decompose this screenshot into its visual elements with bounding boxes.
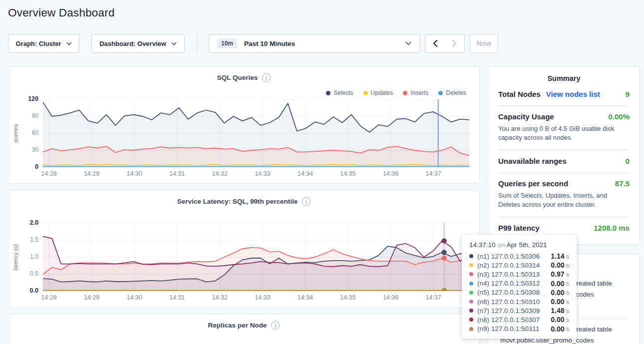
tooltip-row: (n1) 127.0.0.1:503061.14s	[469, 252, 569, 261]
tooltip-node-address: (n2) 127.0.0.1:50314	[477, 262, 540, 269]
legend-item[interactable]: Updates	[363, 89, 393, 96]
y-axis-tick: 0.5	[30, 270, 38, 277]
chart-tooltip: 14:37:10 on Apr 5th, 2021 (n1) 127.0.0.1…	[462, 235, 577, 339]
y-axis-tick: 0	[35, 163, 38, 170]
summary-rows: Total NodesView nodes list9Capacity Usag…	[488, 82, 640, 239]
info-icon[interactable]	[302, 197, 311, 206]
node-dot-icon	[469, 254, 473, 258]
summary-row-header: Total NodesView nodes list9	[498, 90, 630, 98]
tooltip-node-value: 1.14	[551, 252, 564, 260]
overview-dashboard-page: { "page": { "title": "Overview Dashboard…	[0, 0, 644, 344]
tooltip-time: 14:37:10	[469, 241, 496, 249]
tooltip-conjunction: on	[497, 241, 506, 249]
x-axis-tick: 14:33	[250, 294, 275, 301]
tooltip-node-value: 0.00	[551, 280, 564, 288]
tooltip-node-address: (n1) 127.0.0.1:50306	[477, 253, 540, 260]
y-axis-tick: 120	[28, 95, 38, 102]
y-axis-tick: 30	[32, 146, 38, 153]
tooltip-node-address: (n8) 127.0.0.1:50307	[477, 316, 540, 324]
time-range-label: Past 10 Minutes	[244, 40, 295, 47]
x-axis-tick: 14:33	[250, 170, 275, 177]
time-next-button[interactable]	[444, 34, 465, 53]
summary-row-label: Unavailable ranges	[498, 157, 567, 165]
tooltip-row: (n8) 127.0.0.1:503070.00s	[469, 315, 569, 324]
summary-row-subtext: You are using 0 B of 4.5 GiB usable disk…	[498, 124, 630, 143]
tooltip-row: (n2) 127.0.0.1:503140.00s	[469, 261, 569, 270]
y-axis: 0.00.51.01.52.0	[18, 223, 38, 291]
tooltip-node-value: 0.97	[551, 270, 564, 278]
x-axis-tick: 14:30	[122, 170, 147, 177]
x-axis: 14:2814:2914:3014:3114:3214:3314:3414:35…	[43, 170, 469, 178]
summary-row-value: 1208.0 ms	[594, 224, 630, 232]
legend-item[interactable]: Inserts	[403, 89, 428, 96]
x-axis-tick: 14:29	[79, 170, 104, 177]
legend-label: Updates	[371, 89, 393, 96]
legend-item[interactable]: Deletes	[438, 89, 466, 96]
tooltip-value-unit: s	[566, 271, 570, 278]
chart-svg	[43, 223, 469, 291]
legend-label: Selects	[333, 89, 353, 96]
tooltip-node-address: (n6) 127.0.0.1:50310	[477, 298, 540, 306]
tooltip-row: (n5) 127.0.0.1:503080.00s	[469, 288, 569, 297]
service-latency-card: Service Latency: SQL, 99th percentile la…	[8, 190, 480, 308]
summary-row: Capacity Usage0.00%You are using 0 B of …	[498, 106, 630, 150]
tooltip-node-value: 0.00	[551, 325, 564, 333]
legend-item[interactable]: Selects	[326, 89, 353, 96]
x-axis-tick: 14:35	[335, 170, 360, 177]
chart-title-text: SQL Queries	[217, 74, 258, 81]
summary-row-value: 0	[626, 157, 630, 165]
tooltip-node-value: 0.00	[551, 298, 564, 306]
chart-legend: SelectsUpdatesInsertsDeletes	[326, 89, 466, 96]
node-dot-icon	[469, 272, 473, 276]
chart-plot-area[interactable]	[43, 99, 469, 167]
tooltip-row: (n4) 127.0.0.1:503120.00s	[469, 279, 569, 288]
tooltip-node-address: (n4) 127.0.0.1:50312	[477, 280, 540, 287]
info-icon[interactable]	[262, 73, 271, 82]
x-axis-tick: 14:28	[36, 294, 61, 301]
summary-row-value: 0.00%	[608, 112, 630, 121]
x-axis-tick: 14:34	[293, 294, 318, 301]
graph-dropdown[interactable]: Graph: Cluster	[8, 34, 79, 53]
legend-dot-icon	[363, 91, 368, 95]
y-axis-tick: 90	[32, 112, 38, 119]
y-axis-tick: 1.5	[30, 236, 38, 243]
y-axis: 0306090120	[18, 99, 38, 167]
tooltip-row: (n9) 127.0.0.1:503110.00s	[469, 325, 569, 334]
tooltip-value-unit: s	[566, 316, 570, 324]
x-axis-tick: 14:32	[207, 170, 232, 177]
summary-row: Unavailable ranges0	[498, 150, 630, 173]
legend-dot-icon	[326, 91, 330, 95]
page-title: Overview Dashboard	[8, 6, 115, 19]
node-dot-icon	[469, 282, 473, 286]
chart-title: Replicas per Node	[8, 321, 479, 330]
x-axis: 14:2814:2914:3014:3114:3214:3314:3414:35…	[43, 294, 469, 302]
x-axis-tick: 14:35	[335, 294, 360, 301]
chart-title-text: Service Latency: SQL, 99th percentile	[177, 198, 298, 205]
y-axis-tick: 1.0	[30, 253, 38, 260]
tooltip-value-unit: s	[566, 280, 570, 287]
now-button[interactable]: Now	[470, 34, 498, 53]
tooltip-value-unit: s	[566, 307, 570, 315]
chevron-down-icon	[405, 41, 411, 45]
time-prev-button[interactable]	[425, 34, 445, 53]
view-nodes-list-link[interactable]: View nodes list	[546, 90, 600, 98]
summary-row-value: 9	[626, 90, 630, 98]
time-range-picker[interactable]: 10m Past 10 Minutes	[209, 34, 420, 53]
chevron-down-icon	[171, 42, 177, 45]
tooltip-date: Apr 5th, 2021	[506, 241, 547, 249]
summary-row-subtext: Sum of Selects, Updates, Inserts, and De…	[498, 191, 630, 210]
time-range-chip: 10m	[217, 38, 237, 48]
summary-row-header: Capacity Usage0.00%	[498, 112, 630, 121]
node-dot-icon	[469, 309, 473, 313]
x-axis-tick: 14:30	[122, 294, 147, 301]
summary-row-label: P99 latency	[498, 224, 540, 232]
info-icon[interactable]	[271, 321, 280, 330]
x-axis-tick: 14:32	[207, 294, 232, 301]
tooltip-rows: (n1) 127.0.0.1:503061.14s(n2) 127.0.0.1:…	[469, 252, 569, 334]
dashboard-dropdown[interactable]: Dashboard: Overview	[91, 34, 185, 53]
chart-plot-area[interactable]	[43, 223, 469, 291]
chevron-right-icon	[452, 39, 457, 47]
legend-dot-icon	[438, 91, 443, 95]
x-axis-tick: 14:34	[293, 170, 318, 177]
tooltip-header: 14:37:10 on Apr 5th, 2021	[469, 241, 569, 249]
